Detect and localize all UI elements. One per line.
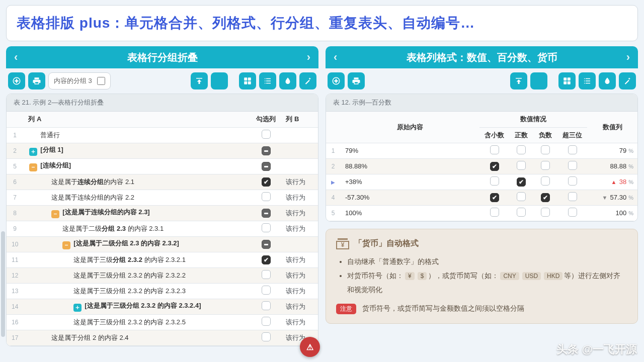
moon-icon[interactable] bbox=[211, 72, 228, 89]
checkbox-checked-icon[interactable]: ✔ bbox=[262, 177, 271, 187]
table-row[interactable]: 8－[这是属于连续分组的内容 2.3]该行为 bbox=[7, 205, 318, 221]
table-row[interactable]: 1普通行 bbox=[7, 127, 318, 143]
group-field-checkbox[interactable] bbox=[97, 77, 105, 85]
table-row[interactable]: 13这是属于三级分组 2.3.2 的内容 2.3.2.3该行为 bbox=[7, 283, 318, 299]
checkbox-icon[interactable] bbox=[568, 208, 577, 217]
moon-icon[interactable] bbox=[530, 72, 547, 89]
table-row[interactable]: 4-57.30%✔✔▼ 57.30 % bbox=[326, 190, 637, 205]
print-icon[interactable] bbox=[348, 72, 365, 89]
svg-rect-3 bbox=[244, 81, 247, 84]
next-icon[interactable]: › bbox=[307, 46, 310, 68]
layout-icon[interactable] bbox=[558, 72, 576, 89]
group-field-text: 内容的分组 3 bbox=[54, 76, 92, 85]
expand-icon[interactable]: ＋ bbox=[73, 304, 82, 312]
checkbox-icon[interactable] bbox=[262, 130, 271, 139]
checkbox-icon[interactable] bbox=[262, 332, 271, 341]
nav-icon[interactable] bbox=[8, 72, 25, 89]
raw-value: 79% bbox=[340, 143, 479, 158]
checkbox-icon[interactable] bbox=[541, 145, 550, 154]
table-row[interactable]: 10－[这是属于二级分组 2.3 的内容 2.3.2] bbox=[7, 236, 318, 252]
checkbox-icon[interactable] bbox=[517, 145, 526, 154]
table-row[interactable]: 9这是属于二级分组 2.3 的内容 2.3.1该行为 bbox=[7, 221, 318, 236]
checkbox-mixed-icon[interactable] bbox=[262, 146, 271, 155]
next-icon[interactable]: › bbox=[626, 46, 630, 68]
checkbox-icon[interactable] bbox=[490, 145, 499, 154]
print-icon[interactable] bbox=[28, 72, 45, 89]
checkbox-icon[interactable] bbox=[490, 208, 499, 217]
svg-rect-2 bbox=[248, 77, 251, 80]
prev-icon[interactable]: ‹ bbox=[14, 46, 18, 68]
checkbox-icon[interactable] bbox=[541, 176, 550, 186]
table-row[interactable]: 2＋[分组 1] bbox=[7, 143, 318, 158]
checkbox-checked-icon[interactable]: ✔ bbox=[262, 255, 271, 264]
checkbox-icon[interactable] bbox=[262, 270, 271, 279]
table-row[interactable]: 6这是属于连续分组的内容 2.1✔该行为 bbox=[7, 174, 318, 190]
expand-icon[interactable]: ＋ bbox=[29, 148, 37, 156]
table-row[interactable]: 288.88%✔88.88 % bbox=[326, 158, 637, 174]
checkbox-checked-icon[interactable]: ✔ bbox=[541, 193, 550, 202]
checkbox-icon[interactable] bbox=[568, 145, 577, 154]
drop-icon[interactable] bbox=[599, 72, 616, 89]
checkbox-icon[interactable] bbox=[517, 192, 526, 201]
row-text: 这是属于二级分组 2.3 的内容 2.3.1 bbox=[62, 225, 164, 232]
checkbox-icon[interactable] bbox=[568, 161, 577, 170]
checkbox-icon[interactable] bbox=[262, 192, 271, 201]
wand-icon[interactable] bbox=[619, 72, 636, 89]
collapse-icon[interactable]: － bbox=[29, 163, 37, 171]
table-row[interactable]: 14＋[这是属于三级分组 2.3.2 的内容 2.3.2.4]该行为 bbox=[7, 299, 318, 314]
layout-icon[interactable] bbox=[239, 72, 256, 89]
num-value: ▼ 57.30 % bbox=[587, 190, 637, 205]
checkbox-mixed-icon[interactable] bbox=[262, 162, 271, 171]
checkbox-icon[interactable] bbox=[262, 301, 271, 310]
checkbox-icon[interactable] bbox=[568, 176, 577, 186]
expand-up-icon[interactable] bbox=[510, 72, 527, 89]
table-row[interactable]: 179%79 % bbox=[326, 143, 637, 158]
col-b-text: 该行为 bbox=[281, 267, 318, 283]
right-table-card: 表 12. 示例—百分数 原始内容 数值情况 数值列 含小数 正数 bbox=[326, 94, 638, 222]
group-field[interactable]: 内容的分组 3 bbox=[48, 72, 111, 89]
table-row[interactable]: 11这是属于三级分组 2.3.2 的内容 2.3.2.1✔该行为 bbox=[7, 252, 318, 267]
checkbox-checked-icon[interactable]: ✔ bbox=[490, 193, 499, 202]
drop-icon[interactable] bbox=[279, 72, 296, 89]
checkbox-icon[interactable] bbox=[490, 176, 499, 186]
wand-icon[interactable] bbox=[299, 72, 316, 89]
collapse-icon[interactable]: － bbox=[51, 210, 59, 218]
left-panel-title: 表格行分组折叠 bbox=[127, 51, 198, 64]
collapse-icon[interactable]: － bbox=[62, 241, 70, 249]
checkbox-icon[interactable] bbox=[262, 223, 271, 232]
nav-icon[interactable] bbox=[328, 72, 345, 89]
checkbox-checked-icon[interactable]: ✔ bbox=[490, 162, 499, 171]
svg-rect-6 bbox=[564, 77, 567, 80]
checkbox-icon[interactable] bbox=[262, 317, 271, 326]
table-row[interactable]: 7这是属于连续分组的内容 2.2该行为 bbox=[7, 190, 318, 205]
prev-icon[interactable]: ‹ bbox=[334, 46, 337, 68]
checkbox-icon[interactable] bbox=[568, 192, 577, 201]
checkbox-icon[interactable] bbox=[517, 161, 526, 170]
checkbox-icon[interactable] bbox=[541, 161, 550, 170]
checkbox-icon[interactable] bbox=[541, 208, 550, 217]
table-row[interactable]: 16这是属于三级分组 2.3.2 的内容 2.3.2.5该行为 bbox=[7, 314, 318, 330]
num-value: 79 % bbox=[587, 143, 637, 158]
info-title: ¥ 「货币」自动格式 bbox=[336, 238, 627, 249]
checkbox-icon[interactable] bbox=[262, 286, 271, 295]
checkbox-checked-icon[interactable]: ✔ bbox=[517, 177, 526, 187]
list-icon[interactable] bbox=[579, 72, 596, 89]
right-table-caption: 表 12. 示例—百分数 bbox=[326, 94, 637, 112]
left-table-caption: 表 21. 示例 2—表格行分组折叠 bbox=[7, 94, 318, 112]
table-row[interactable]: 17这是属于分组 2 的内容 2.4该行为 bbox=[7, 330, 318, 345]
table-row[interactable]: 5－[连续分组] bbox=[7, 158, 318, 174]
alert-fab-icon[interactable]: ⚠ bbox=[300, 337, 320, 357]
table-row[interactable]: 12这是属于三级分组 2.3.2 的内容 2.3.2.2该行为 bbox=[7, 267, 318, 283]
checkbox-icon[interactable] bbox=[517, 208, 526, 217]
expand-up-icon[interactable] bbox=[191, 72, 208, 89]
raw-value: -57.30% bbox=[340, 190, 479, 205]
scrollbar[interactable] bbox=[1, 231, 5, 337]
row-text: [这是属于二级分组 2.3 的内容 2.3.2] bbox=[73, 239, 179, 247]
row-text: 这是属于三级分组 2.3.2 的内容 2.3.2.5 bbox=[73, 318, 186, 326]
table-row[interactable]: 5100%100 % bbox=[326, 205, 637, 221]
list-icon[interactable] bbox=[259, 72, 276, 89]
col-b-text bbox=[281, 158, 318, 174]
checkbox-mixed-icon[interactable] bbox=[262, 209, 271, 218]
checkbox-mixed-icon[interactable] bbox=[262, 240, 271, 249]
table-row[interactable]: ▶+38%✔▲ 38 % bbox=[326, 174, 637, 190]
